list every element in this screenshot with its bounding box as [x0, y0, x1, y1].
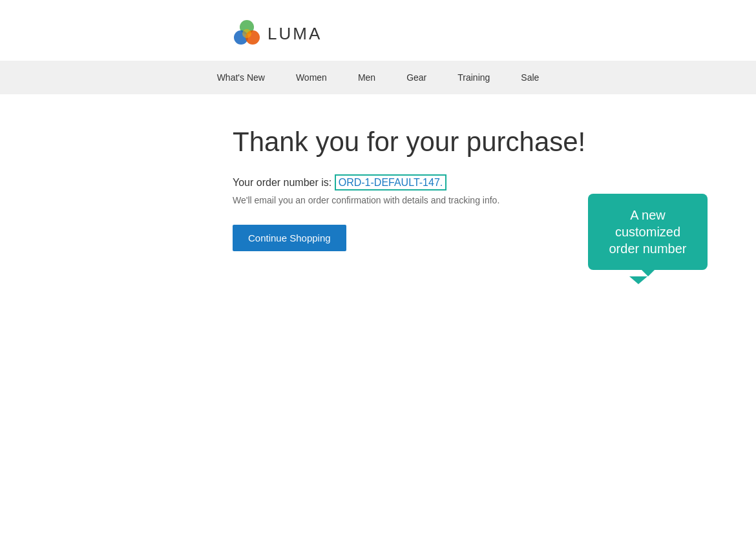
luma-logo-icon: [233, 19, 261, 48]
svg-point-3: [242, 29, 251, 38]
nav-item-gear[interactable]: Gear: [404, 62, 429, 93]
nav-item-sale[interactable]: Sale: [518, 62, 541, 93]
order-prefix: Your order number is:: [233, 177, 335, 188]
tooltip-bubble: A new customized order number: [588, 194, 708, 270]
logo-text: LUMA: [268, 24, 322, 44]
order-info: Your order number is: ORD-1-DEFAULT-147.: [233, 177, 756, 189]
nav-item-women[interactable]: Women: [293, 62, 330, 93]
tooltip-text: A new customized order number: [609, 208, 686, 256]
thank-you-heading: Thank you for your purchase!: [233, 127, 756, 158]
nav-bar: What's New Women Men Gear Training Sale: [0, 61, 756, 94]
continue-shopping-button[interactable]: Continue Shopping: [233, 225, 346, 251]
order-number-link[interactable]: ORD-1-DEFAULT-147.: [335, 174, 447, 191]
header: LUMA: [0, 0, 756, 61]
nav-item-whats-new[interactable]: What's New: [215, 62, 268, 93]
nav-item-training[interactable]: Training: [455, 62, 492, 93]
nav-item-men[interactable]: Men: [355, 62, 378, 93]
